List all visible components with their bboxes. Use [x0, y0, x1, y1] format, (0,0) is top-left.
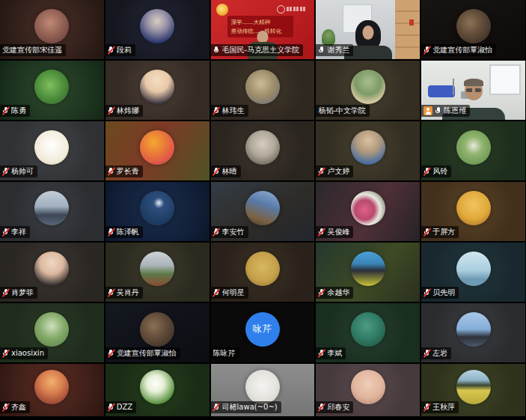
- avatar: [34, 70, 69, 104]
- muted-mic-icon: [318, 167, 325, 176]
- participant-name-label: 党建宣传部覃淑怡: [105, 347, 180, 359]
- participant-tile[interactable]: 司楮lawa(~0~): [211, 364, 315, 416]
- participant-name: 何明星: [222, 288, 245, 297]
- participant-tile[interactable]: 王秋萍: [421, 364, 525, 416]
- participant-tile[interactable]: 杨韬-中文学院: [316, 61, 420, 120]
- participant-tile[interactable]: 党建宣传部覃淑怡: [105, 303, 210, 362]
- participant-name-label: 杨帅可: [0, 165, 37, 177]
- avatar: [456, 312, 491, 347]
- participant-tile[interactable]: 段莉: [105, 0, 210, 59]
- participant-name-label: 余越华: [316, 287, 353, 299]
- participant-tile[interactable]: 李安竹: [211, 182, 315, 241]
- participant-name: 陈泽帆: [117, 228, 139, 237]
- participant-tile[interactable]: 陈勇: [0, 61, 104, 120]
- avatar: [351, 191, 385, 225]
- avatar: [245, 70, 280, 104]
- participant-tile[interactable]: 深学……大精神 推动传统……性转化 毛国民-马克思主义学院: [211, 0, 315, 59]
- participant-tile[interactable]: 李祥: [0, 182, 104, 241]
- participant-name: 林玮生: [222, 106, 245, 115]
- participant-name: 风铃: [432, 167, 447, 176]
- participant-name: 于屏方: [432, 228, 455, 237]
- avatar: [245, 252, 280, 286]
- muted-mic-icon: [108, 403, 114, 412]
- muted-mic-icon: [213, 228, 220, 237]
- participant-name: 杨帅可: [11, 167, 34, 176]
- video-conference-window: 党建宣传部宋佳遥 段莉 深学……大精神 推动传统……性转化 毛国民-马克思主义学…: [0, 0, 526, 420]
- participant-tile[interactable]: 李斌: [316, 303, 420, 362]
- muted-mic-icon: [2, 228, 9, 237]
- participant-tile[interactable]: 卢文婷: [316, 121, 420, 180]
- participant-name-label: 李斌: [316, 347, 346, 359]
- avatar: [456, 370, 491, 404]
- muted-mic-icon: [2, 349, 9, 358]
- participant-tile[interactable]: 余越华: [316, 243, 420, 302]
- avatar-text: 咏芹: [253, 323, 272, 335]
- participant-tile[interactable]: 杨帅可: [0, 121, 104, 180]
- participant-tile[interactable]: 吴肖丹: [105, 243, 210, 302]
- participant-name: 齐鑫: [11, 403, 26, 412]
- muted-mic-icon: [108, 167, 114, 176]
- participant-tile[interactable]: DZZ: [105, 364, 210, 416]
- participant-tile[interactable]: 于屏方: [421, 182, 525, 241]
- participant-tile[interactable]: 风铃: [421, 121, 525, 180]
- participant-name: 王秋萍: [432, 403, 455, 412]
- muted-mic-icon: [2, 288, 9, 297]
- participant-tile[interactable]: 林炜娜: [105, 61, 210, 120]
- slide-title-line1: 深学……大精神: [231, 19, 290, 25]
- avatar: [351, 312, 385, 347]
- participant-tile[interactable]: 何明星: [211, 243, 315, 302]
- participant-tile[interactable]: 谢秀兰: [316, 0, 420, 59]
- avatar: [456, 9, 491, 43]
- participant-name: 毛国民-马克思主义学院: [222, 46, 300, 55]
- avatar: [140, 312, 174, 347]
- participant-tile[interactable]: 党建宣传部宋佳遥: [0, 0, 104, 59]
- participant-tile[interactable]: 左岩: [421, 303, 525, 362]
- participant-name-label: 陈咏芹: [211, 347, 239, 359]
- shelf-item-shape: [409, 19, 414, 25]
- participant-tile[interactable]: 陈恩维: [421, 61, 525, 120]
- participant-name: 罗长青: [117, 167, 139, 176]
- participant-name: 党建宣传部覃淑怡: [117, 349, 177, 358]
- mic-icon: [213, 46, 220, 55]
- participant-tile[interactable]: 咏芹 陈咏芹: [211, 303, 315, 362]
- participant-tile[interactable]: 林玮生: [211, 61, 315, 120]
- participant-name-label: 于屏方: [421, 226, 459, 238]
- university-logo: [277, 4, 307, 13]
- muted-mic-icon: [318, 288, 325, 297]
- party-emblem-icon: [216, 4, 228, 16]
- participant-name: 李安竹: [222, 228, 245, 237]
- participant-name-label: 何明星: [211, 287, 248, 299]
- participant-tile[interactable]: 邱春安: [316, 364, 420, 416]
- participant-name-label: 林晴: [211, 165, 241, 177]
- avatar: [245, 130, 280, 165]
- participant-tile[interactable]: 林晴: [211, 121, 315, 180]
- muted-mic-icon: [2, 403, 9, 412]
- muted-mic-icon: [423, 167, 430, 176]
- participant-tile[interactable]: 陈泽帆: [105, 182, 210, 241]
- participant-tile[interactable]: 贝先明: [421, 243, 525, 302]
- participant-tile[interactable]: 齐鑫: [0, 364, 104, 416]
- avatar: [34, 130, 69, 165]
- muted-mic-icon: [423, 46, 430, 55]
- participant-name: 肖梦菲: [11, 288, 34, 297]
- participant-tile[interactable]: 党建宣传部覃淑怡: [421, 0, 525, 59]
- participant-name: 段莉: [117, 46, 132, 55]
- participant-name-label: 司楮lawa(~0~): [211, 401, 281, 413]
- participant-tile[interactable]: 罗长青: [105, 121, 210, 180]
- avatar: [34, 252, 69, 286]
- participant-tile[interactable]: 肖梦菲: [0, 243, 104, 302]
- participant-name: 吴俊峰: [327, 228, 349, 237]
- participant-name: 李斌: [327, 349, 342, 358]
- avatar: [34, 312, 69, 347]
- participant-name-label: 齐鑫: [0, 401, 30, 413]
- participant-tile[interactable]: xiaosixin: [0, 303, 104, 362]
- muted-mic-icon: [108, 228, 114, 237]
- participant-name: 谢秀兰: [327, 46, 349, 55]
- avatar: [34, 191, 69, 225]
- participant-name-label: 罗长青: [105, 165, 143, 177]
- participant-tile[interactable]: 吴俊峰: [316, 182, 420, 241]
- participant-name-label: 陈恩维: [421, 105, 470, 117]
- participant-name-label: 贝先明: [421, 287, 459, 299]
- participant-name-label: 王秋萍: [421, 401, 459, 413]
- avatar: [140, 370, 174, 404]
